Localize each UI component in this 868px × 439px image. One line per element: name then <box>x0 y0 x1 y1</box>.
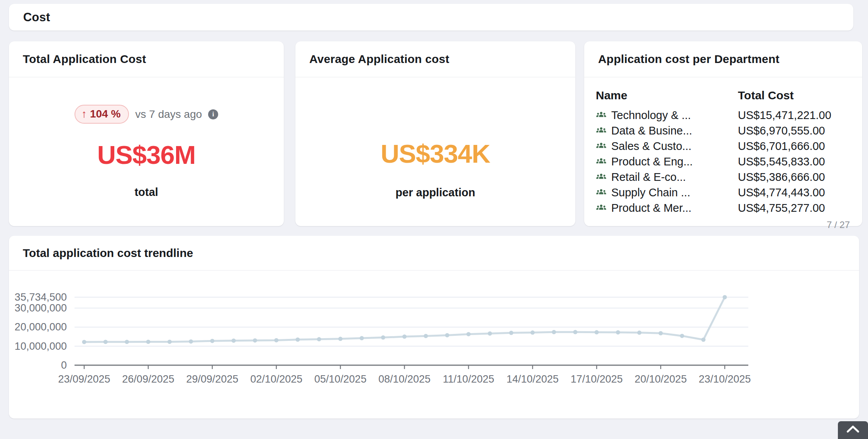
svg-text:29/09/2025: 29/09/2025 <box>186 373 238 385</box>
svg-text:23/09/2025: 23/09/2025 <box>58 373 110 385</box>
card-title: Application cost per Department <box>584 41 862 77</box>
department-name: Product & Mer... <box>611 202 692 214</box>
average-application-cost-card: Average Application cost US$334K per app… <box>295 41 575 226</box>
users-group-icon <box>596 156 607 167</box>
users-group-icon <box>596 110 607 121</box>
page-title: Cost <box>23 10 50 24</box>
department-name: Retail & E-co... <box>611 171 686 184</box>
table-row[interactable]: Product & Mer...US$4,755,277.00 <box>596 200 851 216</box>
trend-badge-row: ↑ 104 % vs 7 days ago i <box>75 105 218 124</box>
table-header-row: Name Total Cost <box>596 86 851 107</box>
card-title: Average Application cost <box>295 41 575 77</box>
table-row[interactable]: Technology & ...US$15,471,221.00 <box>596 107 851 123</box>
svg-text:11/10/2025: 11/10/2025 <box>443 373 494 385</box>
department-name: Data & Busine... <box>611 124 692 137</box>
page-header: Cost <box>9 4 853 31</box>
svg-text:14/10/2025: 14/10/2025 <box>507 373 559 385</box>
column-header-total-cost: Total Cost <box>738 89 793 102</box>
average-cost-metric-body: US$334K per application <box>295 77 575 226</box>
average-cost-label: per application <box>395 186 475 199</box>
department-cost-card: Application cost per Department Name Tot… <box>584 41 862 226</box>
svg-text:23/10/2025: 23/10/2025 <box>698 373 751 385</box>
department-total-cost: US$5,545,833.00 <box>738 155 851 168</box>
scroll-to-top-button[interactable] <box>838 421 868 439</box>
trendline-chart: 010,000,00020,000,00030,000,00035,734,50… <box>9 271 859 419</box>
pagination-indicator: 7 / 27 <box>596 216 851 230</box>
table-row[interactable]: Data & Busine...US$6,970,555.00 <box>596 123 851 138</box>
comparison-period-text: vs 7 days ago <box>135 108 202 121</box>
svg-text:08/10/2025: 08/10/2025 <box>378 373 431 385</box>
department-total-cost: US$4,774,443.00 <box>738 186 851 199</box>
table-row[interactable]: Sales & Custo...US$6,701,666.00 <box>596 138 851 154</box>
svg-text:30,000,000: 30,000,000 <box>15 302 67 314</box>
total-cost-value: US$36M <box>97 140 196 170</box>
svg-text:35,734,500: 35,734,500 <box>15 291 67 303</box>
department-total-cost: US$15,471,221.00 <box>738 109 851 122</box>
total-cost-label: total <box>134 186 158 199</box>
users-group-icon <box>596 141 607 151</box>
users-group-icon <box>596 202 607 213</box>
cost-trendline-card: Total application cost trendline 010,000… <box>9 236 859 419</box>
chevron-up-icon <box>846 424 860 434</box>
department-total-cost: US$5,386,666.00 <box>738 171 851 184</box>
department-name: Supply Chain ... <box>611 186 690 199</box>
table-row[interactable]: Retail & E-co...US$5,386,666.00 <box>596 169 851 185</box>
arrow-up-icon: ↑ <box>81 108 87 120</box>
svg-text:20/10/2025: 20/10/2025 <box>635 373 687 385</box>
trend-percentage: 104 % <box>90 108 120 120</box>
trend-up-badge: ↑ 104 % <box>75 105 129 124</box>
line-chart-svg: 010,000,00020,000,00030,000,00035,734,50… <box>9 271 859 419</box>
department-total-cost: US$4,755,277.00 <box>738 202 851 214</box>
department-name: Sales & Custo... <box>611 140 692 153</box>
svg-text:02/10/2025: 02/10/2025 <box>250 373 302 385</box>
svg-text:10,000,000: 10,000,000 <box>15 340 67 352</box>
svg-text:26/09/2025: 26/09/2025 <box>122 373 174 385</box>
users-group-icon <box>596 125 607 136</box>
department-table: Name Total Cost Technology & ...US$15,47… <box>584 77 862 235</box>
card-title: Total Application Cost <box>9 41 284 77</box>
total-cost-metric-body: ↑ 104 % vs 7 days ago i US$36M total <box>9 77 284 226</box>
info-icon[interactable]: i <box>208 109 218 119</box>
trendline-title: Total application cost trendline <box>9 236 859 271</box>
svg-text:17/10/2025: 17/10/2025 <box>571 373 623 385</box>
department-name: Product & Eng... <box>611 155 693 168</box>
column-header-name: Name <box>596 89 738 102</box>
department-total-cost: US$6,701,666.00 <box>738 140 851 153</box>
average-cost-value: US$334K <box>381 139 490 168</box>
department-total-cost: US$6,970,555.00 <box>738 124 851 137</box>
table-row[interactable]: Supply Chain ...US$4,774,443.00 <box>596 185 851 200</box>
svg-text:20,000,000: 20,000,000 <box>15 321 67 333</box>
svg-text:0: 0 <box>61 359 67 371</box>
users-group-icon <box>596 187 607 198</box>
svg-text:05/10/2025: 05/10/2025 <box>314 373 366 385</box>
total-application-cost-card: Total Application Cost ↑ 104 % vs 7 days… <box>9 41 284 226</box>
department-table-body: Technology & ...US$15,471,221.00Data & B… <box>596 107 851 216</box>
department-name: Technology & ... <box>611 109 691 122</box>
table-row[interactable]: Product & Eng...US$5,545,833.00 <box>596 154 851 169</box>
users-group-icon <box>596 172 607 182</box>
